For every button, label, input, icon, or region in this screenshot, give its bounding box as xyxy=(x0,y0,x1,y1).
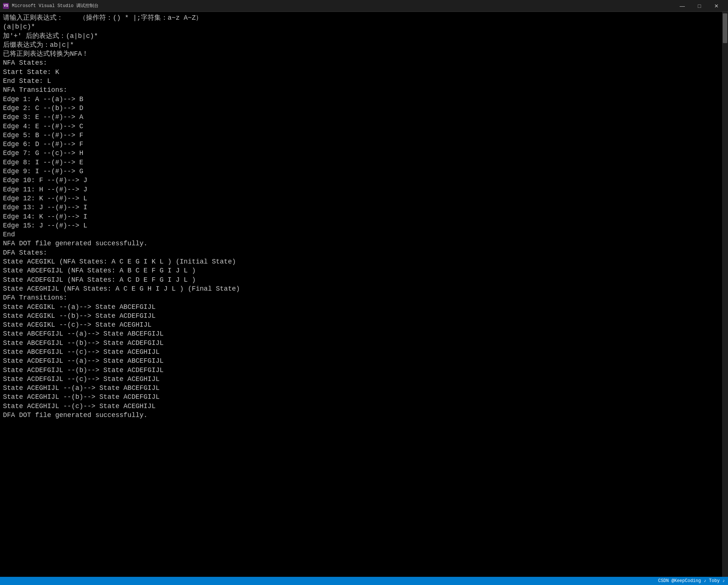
app-icon: VS xyxy=(3,3,9,9)
maximize-button[interactable]: □ xyxy=(691,0,708,12)
console-line: Edge 10: F --(#)--> J xyxy=(3,176,719,185)
console-line: State ABCEFGIJL --(b)--> State ACDEFGIJL xyxy=(3,339,719,348)
console-line: State ACEGHIJL --(b)--> State ACDEFGIJL xyxy=(3,392,719,401)
console-line: State ACDEFGIJL --(c)--> State ACEGHIJL xyxy=(3,375,719,384)
console-line: Edge 5: B --(#)--> F xyxy=(3,131,719,140)
console-output: 请输入正则表达式： （操作符：() * |;字符集：a~z A~Z）(a|b|c… xyxy=(0,12,722,577)
console-line: State ACEGHIJL --(c)--> State ACEGHIJL xyxy=(3,402,719,411)
console-line: State ACEGIKL (NFA States: A C E G I K L… xyxy=(3,257,719,266)
console-line: State ABCEFGIJL (NFA States: A B C E F G… xyxy=(3,266,719,275)
close-button[interactable]: ✕ xyxy=(708,0,725,12)
console-line: Edge 11: H --(#)--> J xyxy=(3,185,719,194)
title-bar: VS Microsoft Visual Studio 调试控制台 — □ ✕ xyxy=(0,0,728,12)
console-line: DFA States: xyxy=(3,248,719,257)
console-line: Edge 2: C --(b)--> D xyxy=(3,104,719,113)
console-line: Edge 9: I --(#)--> G xyxy=(3,167,719,176)
app-icon-text: VS xyxy=(4,4,8,8)
console-line: State ACEGHIJL (NFA States: A C E G H I … xyxy=(3,284,719,293)
console-line: State ACDEFGIJL (NFA States: A C D E F G… xyxy=(3,275,719,284)
console-line: Edge 13: J --(#)--> I xyxy=(3,203,719,212)
console-line: State ACDEFGIJL --(b)--> State ACDEFGIJL xyxy=(3,366,719,375)
console-line: Edge 15: J --(#)--> L xyxy=(3,221,719,230)
console-line: State ACEGHIJL --(a)--> State ABCEFGIJL xyxy=(3,384,719,392)
console-line: 后缀表达式为：ab|c|* xyxy=(3,41,719,49)
console-container: 请输入正则表达式： （操作符：() * |;字符集：a~z A~Z）(a|b|c… xyxy=(0,12,728,577)
status-bar: CSDN @KeepCoding ♪ Toby ♪ xyxy=(0,577,728,585)
title-bar-title: Microsoft Visual Studio 调试控制台 xyxy=(12,3,674,9)
console-line: Edge 1: A --(a)--> B xyxy=(3,95,719,104)
console-line: Edge 14: K --(#)--> I xyxy=(3,212,719,221)
console-line: State ABCEFGIJL --(c)--> State ACEGHIJL xyxy=(3,348,719,356)
console-line: (a|b|c)* xyxy=(3,22,719,31)
console-line: State ACEGIKL --(a)--> State ABCEFGIJL xyxy=(3,303,719,311)
console-line: State ACEGIKL --(c)--> State ACEGHIJL xyxy=(3,320,719,329)
console-line: Edge 12: K --(#)--> L xyxy=(3,194,719,203)
console-line: 已将正则表达式转换为NFA！ xyxy=(3,49,719,58)
status-bar-text: CSDN @KeepCoding ♪ Toby ♪ xyxy=(658,578,725,584)
console-line: Edge 6: D --(#)--> F xyxy=(3,140,719,149)
console-line: NFA Transitions: xyxy=(3,85,719,94)
console-line: Edge 7: G --(c)--> H xyxy=(3,149,719,158)
console-line: 加'+' 后的表达式：(a|b|c)* xyxy=(3,32,719,41)
console-line: Edge 4: E --(#)--> C xyxy=(3,122,719,131)
console-line: 请输入正则表达式： （操作符：() * |;字符集：a~z A~Z） xyxy=(3,13,719,22)
title-bar-buttons: — □ ✕ xyxy=(674,0,725,12)
console-line: Edge 8: I --(#)--> E xyxy=(3,158,719,167)
scrollbar[interactable] xyxy=(722,12,728,577)
console-line: State ACEGIKL --(b)--> State ACDEFGIJL xyxy=(3,311,719,320)
minimize-button[interactable]: — xyxy=(674,0,691,12)
console-line: End xyxy=(3,230,719,239)
console-line: State ACDEFGIJL --(a)--> State ABCEFGIJL xyxy=(3,356,719,365)
scrollbar-thumb[interactable] xyxy=(723,13,727,43)
console-line: Edge 3: E --(#)--> A xyxy=(3,113,719,122)
console-line: End State: L xyxy=(3,77,719,85)
console-line: Start State: K xyxy=(3,68,719,77)
console-line: DFA Transitions: xyxy=(3,293,719,302)
console-line: NFA States: xyxy=(3,58,719,67)
console-line: State ABCEFGIJL --(a)--> State ABCEFGIJL xyxy=(3,329,719,338)
console-line: DFA DOT file generated successfully. xyxy=(3,411,719,420)
console-line: NFA DOT file generated successfully. xyxy=(3,239,719,248)
